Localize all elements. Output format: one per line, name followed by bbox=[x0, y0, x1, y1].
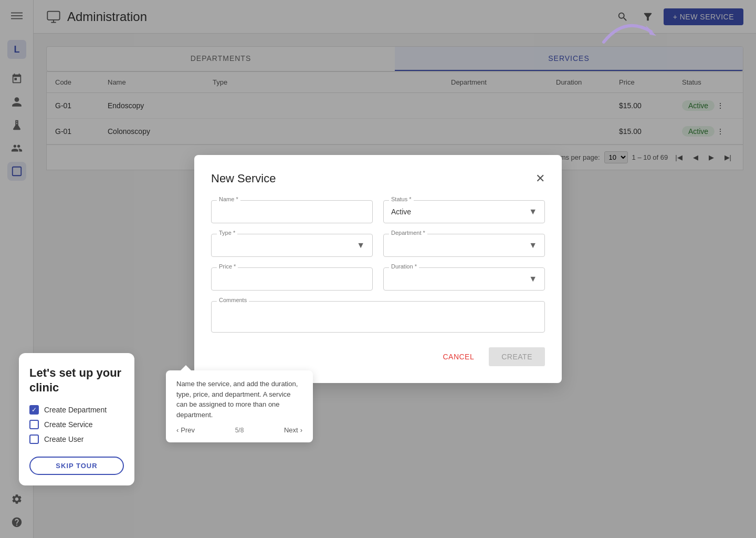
tooltip-box: Name the service, and add the duration, … bbox=[166, 370, 313, 442]
tooltip-arrow bbox=[181, 365, 191, 370]
form-row-3: Price * Duration * ▼ bbox=[211, 267, 545, 291]
tooltip-text: Name the service, and add the duration, … bbox=[176, 379, 302, 420]
skip-tour-button[interactable]: SKIP TOUR bbox=[29, 457, 124, 475]
status-field[interactable]: Status * Active ▼ bbox=[383, 200, 545, 223]
tooltip-page: 5/8 bbox=[235, 427, 244, 434]
tour-checkbox-1 bbox=[29, 405, 39, 415]
type-field[interactable]: Type * ▼ bbox=[211, 234, 373, 257]
type-field-label: Type * bbox=[217, 230, 237, 236]
department-field-label: Department * bbox=[389, 230, 427, 236]
tour-item-label-3: Create User bbox=[44, 435, 83, 443]
name-field[interactable]: Name * bbox=[211, 200, 373, 223]
price-field[interactable]: Price * bbox=[211, 267, 373, 291]
tour-checkbox-2 bbox=[29, 420, 39, 429]
tooltip-prev-button[interactable]: ‹ Prev bbox=[176, 426, 195, 434]
tour-item-label-2: Create Service bbox=[44, 420, 93, 429]
tour-card: Let's set up your clinic Create Departme… bbox=[19, 353, 134, 485]
status-value: Active bbox=[391, 208, 411, 216]
modal-actions: CANCEL CREATE bbox=[211, 347, 545, 366]
modal-header: New Service ✕ bbox=[211, 172, 545, 185]
status-dropdown-arrow: ▼ bbox=[529, 207, 537, 216]
type-dropdown-arrow: ▼ bbox=[356, 241, 365, 250]
department-field[interactable]: Department * ▼ bbox=[383, 234, 545, 257]
name-field-label: Name * bbox=[217, 196, 240, 202]
form-row-2: Type * ▼ Department * ▼ bbox=[211, 234, 545, 257]
name-input[interactable] bbox=[219, 208, 365, 216]
price-field-label: Price * bbox=[217, 263, 238, 270]
duration-field[interactable]: Duration * ▼ bbox=[383, 267, 545, 291]
tour-checkbox-3 bbox=[29, 434, 39, 444]
tooltip-next-label: Next bbox=[284, 426, 298, 434]
form-row-1: Name * Status * Active ▼ bbox=[211, 200, 545, 223]
tour-item-1: Create Department bbox=[29, 405, 124, 415]
price-input[interactable] bbox=[219, 275, 365, 283]
prev-arrow-icon: ‹ bbox=[176, 426, 178, 434]
tooltip-prev-label: Prev bbox=[181, 426, 195, 434]
tour-title: Let's set up your clinic bbox=[29, 366, 124, 396]
comments-label: Comments bbox=[217, 297, 249, 303]
tour-item-2: Create Service bbox=[29, 420, 124, 429]
status-field-label: Status * bbox=[389, 196, 414, 202]
tour-item-label-1: Create Department bbox=[44, 406, 107, 414]
next-arrow-icon: › bbox=[300, 426, 302, 434]
duration-field-label: Duration * bbox=[389, 263, 419, 270]
tooltip-nav: ‹ Prev 5/8 Next › bbox=[176, 426, 302, 434]
modal-title: New Service bbox=[211, 172, 276, 185]
comments-field[interactable]: Comments bbox=[211, 301, 545, 333]
department-dropdown-arrow: ▼ bbox=[529, 241, 537, 250]
modal-close-button[interactable]: ✕ bbox=[536, 173, 545, 184]
create-button[interactable]: CREATE bbox=[489, 347, 545, 366]
tour-item-3: Create User bbox=[29, 434, 124, 444]
new-service-modal: New Service ✕ Name * Status * Active ▼ T… bbox=[194, 155, 562, 383]
modal-form: Name * Status * Active ▼ Type * ▼ Depart… bbox=[211, 200, 545, 366]
tooltip-next-button[interactable]: Next › bbox=[284, 426, 302, 434]
duration-dropdown-arrow: ▼ bbox=[529, 274, 537, 284]
cancel-button[interactable]: CANCEL bbox=[434, 347, 482, 366]
